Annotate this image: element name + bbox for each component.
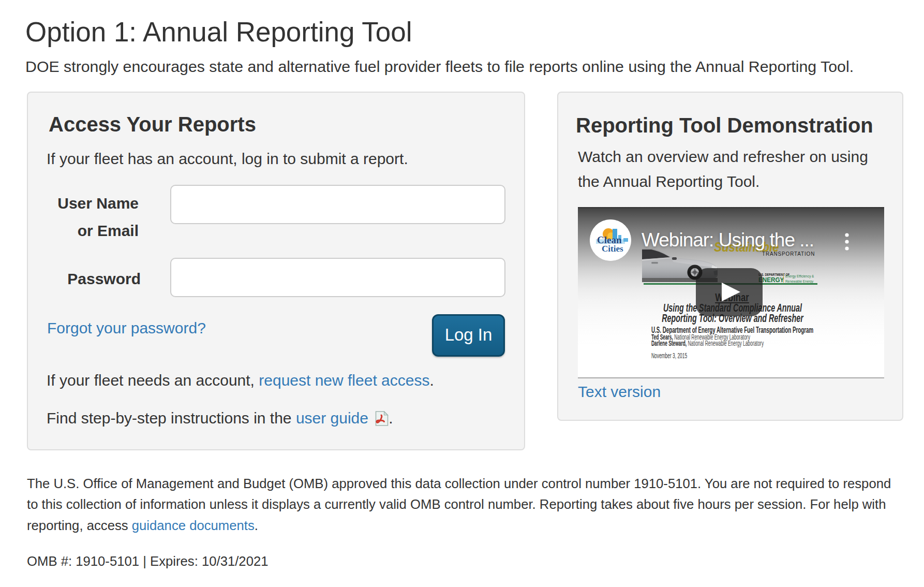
svg-text:Cities: Cities [602, 244, 623, 254]
